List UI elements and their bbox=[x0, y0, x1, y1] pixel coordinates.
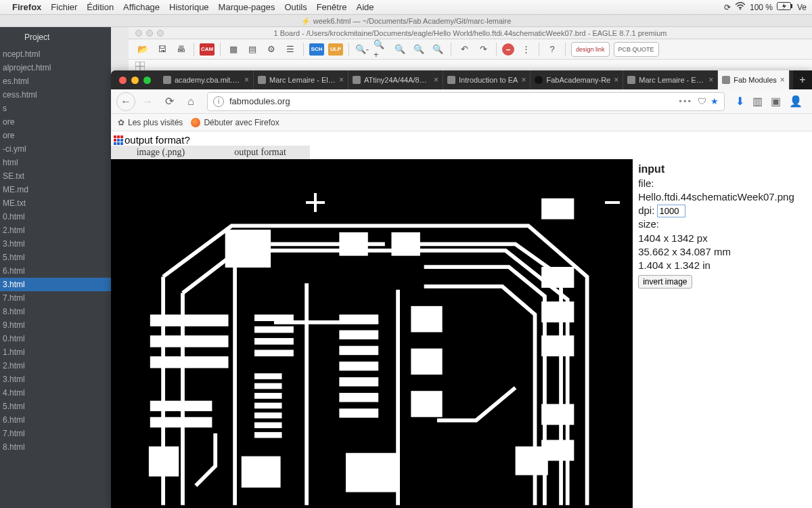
input-format-dropdown[interactable]: image (.png) bbox=[111, 146, 210, 159]
maximize-window-button[interactable] bbox=[143, 77, 151, 84]
tab-close-icon[interactable]: × bbox=[708, 75, 713, 85]
account-icon[interactable]: 👤 bbox=[789, 95, 803, 108]
sidebar-file[interactable]: 7.html bbox=[0, 291, 111, 305]
sidebar-file[interactable]: -ci.yml bbox=[0, 142, 111, 156]
dropbox-icon[interactable]: ⟳ bbox=[724, 3, 731, 12]
go-icon[interactable]: ⋮ bbox=[518, 42, 533, 57]
bookmark-getting-started[interactable]: Débuter avec Firefox bbox=[191, 118, 279, 127]
sidebar-file[interactable]: alproject.html bbox=[0, 61, 111, 75]
browser-tab[interactable]: academy.cba.mit.edu/× bbox=[159, 70, 254, 89]
board-icon[interactable]: ▦ bbox=[226, 42, 241, 57]
sheet-icon[interactable]: ▤ bbox=[245, 42, 260, 57]
menu-edition[interactable]: Édition bbox=[87, 2, 114, 12]
home-button[interactable]: ⌂ bbox=[181, 92, 200, 111]
menu-outils[interactable]: Outils bbox=[284, 2, 307, 12]
sidebar-file[interactable]: 2.html bbox=[0, 359, 111, 373]
print-icon[interactable]: 🖶 bbox=[173, 42, 188, 57]
sidebar-file[interactable]: 4.html bbox=[0, 386, 111, 400]
sidebar-file[interactable]: ncept.html bbox=[0, 47, 111, 61]
zoom-select-icon[interactable]: 🔍 bbox=[411, 42, 426, 57]
design-link-button[interactable]: design link bbox=[571, 42, 610, 57]
browser-tab[interactable]: FabAcademany-Re× bbox=[531, 70, 623, 89]
browser-tab[interactable]: Fab Modules× bbox=[718, 70, 790, 89]
sidebar-file[interactable]: 5.html bbox=[0, 400, 111, 413]
sidebar-file[interactable]: 3.html bbox=[0, 237, 111, 251]
pcb-quote-button[interactable]: PCB QUOTE bbox=[614, 42, 659, 57]
downloads-icon[interactable]: ⬇ bbox=[736, 95, 744, 108]
browser-tab[interactable]: Introduction to EA× bbox=[443, 70, 531, 89]
sidebar-file[interactable]: ME.md bbox=[0, 183, 111, 196]
dpi-input[interactable] bbox=[657, 205, 685, 217]
sidebar-file[interactable]: 8.html bbox=[0, 440, 111, 454]
sidebar-file[interactable]: 1.html bbox=[0, 345, 111, 359]
menu-aide[interactable]: Aide bbox=[356, 2, 374, 12]
library-icon[interactable]: ▥ bbox=[752, 95, 763, 108]
forward-button[interactable]: → bbox=[138, 92, 157, 111]
clock-day[interactable]: Ve bbox=[797, 3, 807, 12]
menu-marquepages[interactable]: Marque-pages bbox=[219, 2, 275, 12]
sidebar-toggle-icon[interactable]: ▣ bbox=[771, 95, 781, 108]
sidebar-file[interactable]: 3.html bbox=[0, 373, 111, 386]
sidebar-file[interactable]: SE.txt bbox=[0, 169, 111, 183]
sch-badge[interactable]: SCH bbox=[309, 43, 324, 56]
sidebar-file[interactable]: cess.html bbox=[0, 88, 111, 102]
sidebar-file[interactable]: 6.html bbox=[0, 413, 111, 427]
zoom-in-icon[interactable]: 🔍+ bbox=[374, 42, 388, 57]
menu-fenetre[interactable]: Fenêtre bbox=[317, 2, 347, 12]
sidebar-file[interactable]: 5.html bbox=[0, 251, 111, 264]
url-bar[interactable]: i fabmodules.org ••• 🛡 ★ bbox=[207, 92, 725, 111]
eagle-traffic-lights[interactable] bbox=[135, 30, 164, 37]
sidebar-file[interactable]: 6.html bbox=[0, 264, 111, 278]
sidebar-file[interactable]: ME.txt bbox=[0, 196, 111, 210]
tab-close-icon[interactable]: × bbox=[614, 75, 618, 85]
sidebar-file[interactable]: 7.html bbox=[0, 427, 111, 440]
battery-icon[interactable] bbox=[777, 2, 793, 12]
tab-close-icon[interactable]: × bbox=[780, 75, 785, 85]
sidebar-file[interactable]: 0.html bbox=[0, 332, 111, 345]
sidebar-file[interactable]: 0.html bbox=[0, 210, 111, 224]
page-actions-icon[interactable]: ••• bbox=[679, 96, 692, 106]
browser-tab[interactable]: ATtiny24A/44A/84A -× bbox=[348, 70, 443, 89]
zoom-fit-icon[interactable]: 🔍 bbox=[392, 42, 407, 57]
tab-close-icon[interactable]: × bbox=[244, 75, 249, 85]
zoom-redraw-icon[interactable]: 🔍 bbox=[430, 42, 445, 57]
open-icon[interactable]: 📂 bbox=[135, 42, 150, 57]
cam-badge[interactable]: CAM bbox=[200, 43, 215, 56]
grid-icon[interactable] bbox=[135, 62, 145, 71]
app-name[interactable]: Firefox bbox=[12, 2, 41, 12]
new-tab-button[interactable]: + bbox=[793, 70, 812, 89]
sidebar-file[interactable]: 2.html bbox=[0, 224, 111, 237]
minimize-window-button[interactable] bbox=[131, 77, 139, 84]
menu-fichier[interactable]: Fichier bbox=[51, 2, 77, 12]
menu-affichage[interactable]: Affichage bbox=[123, 2, 160, 12]
zoom-out-icon[interactable]: 🔍- bbox=[355, 42, 369, 57]
tracking-shield-icon[interactable]: 🛡 bbox=[698, 96, 706, 106]
save-icon[interactable]: 🖫 bbox=[154, 42, 169, 57]
close-window-button[interactable] bbox=[119, 77, 127, 84]
pcb-canvas[interactable] bbox=[111, 159, 633, 508]
sidebar-file[interactable]: s bbox=[0, 102, 111, 115]
browser-tab[interactable]: Marc Lemaire - Electro× bbox=[254, 70, 348, 89]
output-format-dropdown[interactable]: output format bbox=[210, 146, 310, 159]
sidebar-file[interactable]: ore bbox=[0, 115, 111, 129]
tab-close-icon[interactable]: × bbox=[339, 75, 344, 85]
stop-icon[interactable]: – bbox=[502, 43, 514, 56]
sidebar-file[interactable]: 8.html bbox=[0, 305, 111, 318]
tab-close-icon[interactable]: × bbox=[521, 75, 526, 85]
invert-image-button[interactable]: invert image bbox=[638, 275, 692, 289]
library-icon[interactable]: ☰ bbox=[283, 42, 298, 57]
sidebar-file[interactable]: es.html bbox=[0, 75, 111, 88]
browser-tab[interactable]: Marc Lemaire - Embed× bbox=[623, 70, 718, 89]
back-button[interactable]: ← bbox=[116, 92, 135, 111]
tab-close-icon[interactable]: × bbox=[434, 75, 438, 85]
undo-icon[interactable]: ↶ bbox=[457, 42, 472, 57]
help-icon[interactable]: ? bbox=[545, 42, 560, 57]
bookmark-star-icon[interactable]: ★ bbox=[710, 96, 719, 106]
menu-historique[interactable]: Historique bbox=[169, 2, 209, 12]
sidebar-file[interactable]: 9.html bbox=[0, 318, 111, 332]
site-info-icon[interactable]: i bbox=[213, 96, 224, 107]
redo-icon[interactable]: ↷ bbox=[476, 42, 491, 57]
project-title[interactable]: Project bbox=[0, 31, 111, 47]
manu-icon[interactable]: ⚙ bbox=[264, 42, 279, 57]
sidebar-file[interactable]: 3.html bbox=[0, 278, 111, 291]
